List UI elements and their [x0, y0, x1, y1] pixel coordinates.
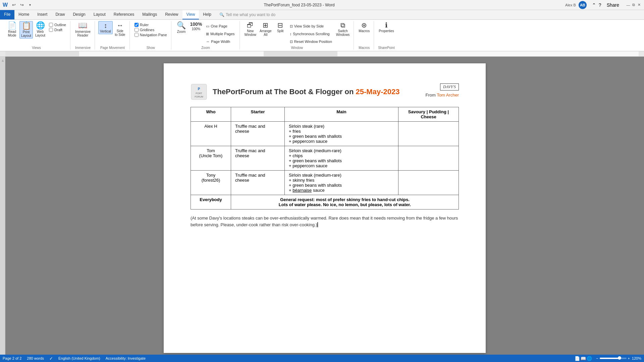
svg-rect-2 [264, 51, 337, 56]
immersive-reader-btn[interactable]: 📖 ImmersiveReader [74, 21, 92, 38]
cell-starter-2: Truffle mac and cheese [231, 146, 285, 171]
split-btn[interactable]: ⊟ Split [274, 21, 287, 34]
macros-icon: ⊛ [361, 22, 367, 28]
zoom-thumb[interactable] [618, 356, 621, 360]
zoom-track[interactable] [600, 358, 627, 359]
show-group: Ruler Gridlines Navigation Pane Show [130, 21, 171, 50]
page-width-btn[interactable]: ↔ Page Width [204, 38, 236, 45]
spellcheck-icon: ✓ [49, 356, 53, 361]
doc-main: P PORT FORUM ThePortForum at The Boot & … [5, 57, 644, 360]
print-layout-btn[interactable]: 📋 PrintLayout [19, 21, 33, 39]
table-row: Tom(Uncle Tom) Truffle mac and cheese Si… [191, 146, 459, 171]
macros-btn[interactable]: ⊛ Macros [357, 21, 371, 34]
print-layout-view-btn[interactable]: 📄 [575, 356, 580, 361]
tab-file[interactable]: File [0, 10, 14, 19]
zoom-out-btn[interactable]: − [596, 356, 598, 360]
order-table: Who Starter Main Savoury | Pudding | Che… [191, 107, 459, 209]
split-label: Split [277, 29, 283, 33]
arrange-all-btn[interactable]: ⊞ ArrangeAll [258, 21, 273, 37]
side-to-side-btn[interactable]: ↔ Sideto Side [113, 21, 127, 37]
ribbon-toggle-btn[interactable]: ⌃ [592, 2, 596, 8]
read-mode-icon: 📄 [8, 22, 17, 29]
outline-check[interactable]: Outline [48, 22, 67, 27]
tab-mailings[interactable]: Mailings [138, 10, 161, 19]
page-movement-label: Page Movement [98, 45, 127, 50]
reset-position-icon: ⊡ [290, 40, 293, 44]
views-group: 📄 ReadMode 📋 PrintLayout 🌐 WebLayout Out… [3, 21, 70, 50]
100pct-btn[interactable]: 100% 100% [189, 21, 204, 32]
ruler-check[interactable]: Ruler [133, 22, 168, 27]
share-btn[interactable]: Share [607, 2, 619, 8]
nav-pane-check[interactable]: Navigation Pane [133, 33, 168, 37]
tab-home[interactable]: Home [14, 10, 33, 19]
new-window-btn[interactable]: 🗗 NewWindow [243, 21, 258, 37]
doc-title-text: ThePortForum at The Boot & Flogger on [213, 87, 356, 96]
cell-main-3: Sirloin steak (medium-rare) + skinny fri… [285, 171, 398, 195]
zoom-btn[interactable]: 🔍 Zoom [175, 21, 188, 34]
tab-review[interactable]: Review [161, 10, 182, 19]
tab-help[interactable]: Help [199, 10, 215, 19]
sync-scrolling-btn[interactable]: ↕ Synchronous Scrolling [288, 30, 334, 38]
read-mode-view-btn[interactable]: 📖 [581, 356, 586, 361]
view-side-by-side-btn[interactable]: ⊡ View Side by Side [288, 22, 334, 30]
doc-sidebar-left: ⊳ [0, 57, 5, 360]
doc-from-block: DAVY'S From Tom Archer [426, 83, 459, 98]
read-mode-btn[interactable]: 📄 ReadMode [5, 21, 19, 38]
ribbon-tabs: File Home Insert Draw Design Layout Refe… [0, 10, 644, 20]
switch-windows-icon: ⧉ [340, 22, 345, 28]
new-window-icon: 🗗 [247, 22, 254, 28]
switch-windows-btn[interactable]: ⧉ SwitchWindows [335, 21, 351, 37]
doc-title-date: 25-May-2023 [356, 87, 400, 96]
tab-references[interactable]: References [110, 10, 138, 19]
tell-me-bar[interactable]: 🔍 Tell me what you want to do [215, 10, 644, 19]
tab-insert[interactable]: Insert [33, 10, 51, 19]
tab-layout[interactable]: Layout [90, 10, 110, 19]
100pct-label: 100% [192, 27, 201, 31]
status-bar: Page 2 of 2 280 words ✓ English (United … [0, 355, 644, 362]
close-btn[interactable]: ✕ [637, 3, 641, 7]
col-main: Main [285, 107, 398, 122]
tab-design[interactable]: Design [69, 10, 89, 19]
doc-title: ThePortForum at The Boot & Flogger on 25… [213, 87, 399, 96]
tab-draw[interactable]: Draw [51, 10, 69, 19]
web-layout-btn[interactable]: 🌐 WebLayout [34, 21, 47, 38]
restore-btn[interactable]: ⧉ [631, 3, 636, 7]
print-layout-label: PrintLayout [21, 30, 31, 38]
minimize-btn[interactable]: — [626, 3, 631, 7]
ruler-side-left [0, 51, 5, 56]
properties-icon: ℹ [385, 22, 388, 28]
language: English (United Kingdom) [58, 356, 100, 360]
vertical-btn[interactable]: ↕ Vertical [98, 21, 113, 34]
zoom-level[interactable]: 120% [631, 356, 641, 360]
multiple-pages-btn[interactable]: ⊞ Multiple Pages [204, 30, 236, 38]
cell-who-3: Tony(forest26) [191, 171, 231, 195]
gridlines-check[interactable]: Gridlines [133, 27, 168, 32]
macros-group: ⊛ Macros Macros [355, 21, 374, 50]
undo-btn[interactable]: ↩ [10, 2, 17, 8]
multiple-pages-icon: ⊞ [206, 32, 209, 36]
help-btn[interactable]: ? [599, 2, 601, 8]
web-layout-view-btn[interactable]: 🌐 [587, 356, 592, 361]
user-avatar[interactable]: AB [579, 1, 587, 9]
one-page-btn[interactable]: ▭ One Page [204, 22, 236, 30]
draft-check[interactable]: Draft [48, 27, 67, 32]
vertical-icon: ↕ [104, 22, 107, 29]
properties-label: Properties [379, 29, 394, 33]
properties-btn[interactable]: ℹ Properties [377, 21, 395, 34]
tab-view[interactable]: View [182, 10, 199, 19]
header-title-group: P PORT FORUM ThePortForum at The Boot & … [191, 83, 399, 100]
sharepoint-label: SharePoint [377, 45, 395, 50]
redo-btn[interactable]: ↪ [18, 2, 25, 8]
ruler-side-right [639, 51, 644, 56]
cell-who-general: Everybody [191, 195, 231, 209]
doc-notes: (At some Davy's locations steaks can be … [191, 215, 459, 228]
customize-btn[interactable]: ▾ [26, 2, 33, 8]
reset-position-btn[interactable]: ⊡ Reset Window Position [288, 38, 334, 45]
table-row: Alex H Truffle mac and cheese Sirloin st… [191, 122, 459, 146]
doc-from: From Tom Archer [426, 93, 459, 98]
arrange-all-icon: ⊞ [263, 22, 268, 28]
immersive-reader-label: ImmersiveReader [75, 30, 91, 37]
word-count: 280 words [27, 356, 44, 360]
zoom-in-btn[interactable]: + [628, 356, 630, 360]
ruler: // Just draw tick marks inline [0, 51, 644, 57]
